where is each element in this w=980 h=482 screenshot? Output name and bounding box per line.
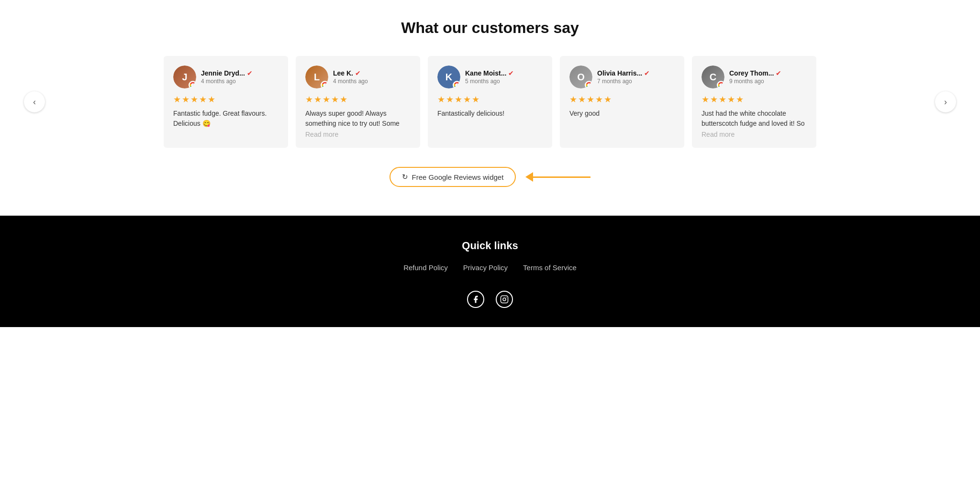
reviewer-name: Lee K. [333,69,353,77]
review-time: 9 months ago [729,78,807,85]
widget-row: ↻ Free Google Reviews widget [19,167,961,187]
reviewer-info: Olivia Harris... ✔ 7 months ago [597,69,675,85]
footer-link-refund[interactable]: Refund Policy [403,263,448,272]
read-more-link[interactable]: Read more [305,131,411,138]
review-time: 4 months ago [333,78,411,85]
facebook-icon[interactable] [467,291,484,308]
reviewer-name-row: Kane Moist... ✔ [465,69,543,77]
reviewer-header: K Kane Moist... ✔ 5 months ago [437,66,543,88]
star-rating: ★★★★★ [702,94,807,105]
reviewer-header: C Corey Thom... ✔ 9 months ago [702,66,807,88]
avatar: J [173,66,196,88]
carousel-wrapper: ‹ J Jennie Dryd... ✔ 4 months [19,56,961,148]
reviewer-info: Lee K. ✔ 4 months ago [333,69,411,85]
star-rating: ★★★★★ [305,94,411,105]
google-badge [453,81,460,88]
review-text: Fantastically delicious! [437,109,543,119]
verified-badge: ✔ [644,69,650,77]
star-rating: ★★★★★ [569,94,675,105]
svg-point-2 [506,297,507,298]
reviewer-name-row: Lee K. ✔ [333,69,411,77]
review-time: 5 months ago [465,78,543,85]
widget-button[interactable]: ↻ Free Google Reviews widget [390,167,516,187]
review-text: Always super good! Always something nice… [305,109,411,129]
verified-badge: ✔ [355,69,361,77]
carousel-next-button[interactable]: › [935,91,956,112]
footer-title: Quick links [10,240,970,252]
footer: Quick links Refund Policy Privacy Policy… [0,216,980,327]
reviewer-name: Olivia Harris... [597,69,642,77]
google-badge [321,81,328,88]
arrow-head [525,172,533,182]
verified-badge: ✔ [247,69,253,77]
footer-links: Refund Policy Privacy Policy Terms of Se… [10,263,970,272]
carousel-prev-button[interactable]: ‹ [24,91,45,112]
verified-badge: ✔ [776,69,781,77]
reviewer-header: L Lee K. ✔ 4 months ago [305,66,411,88]
reviewer-name-row: Jennie Dryd... ✔ [201,69,278,77]
reviewer-info: Kane Moist... ✔ 5 months ago [465,69,543,85]
reviewer-info: Corey Thom... ✔ 9 months ago [729,69,807,85]
reviewer-name-row: Olivia Harris... ✔ [597,69,675,77]
review-card: K Kane Moist... ✔ 5 months ago ★★★★★ Fan… [428,56,552,148]
reviews-grid: J Jennie Dryd... ✔ 4 months ago ★★★★★ Fa… [19,56,961,148]
reviewer-header: J Jennie Dryd... ✔ 4 months ago [173,66,278,88]
review-text: Just had the white chocolate butterscotc… [702,109,807,129]
reviewer-name: Corey Thom... [729,69,774,77]
reviewer-info: Jennie Dryd... ✔ 4 months ago [201,69,278,85]
read-more-link[interactable]: Read more [702,131,807,138]
footer-socials [10,291,970,308]
star-rating: ★★★★★ [173,94,278,105]
reviews-section: What our customers say ‹ J Jennie Dryd..… [0,0,980,216]
reviewer-header: O Olivia Harris... ✔ 7 months ago [569,66,675,88]
avatar: K [437,66,460,88]
avatar: C [702,66,724,88]
google-badge [717,81,724,88]
star-rating: ★★★★★ [437,94,543,105]
review-card: J Jennie Dryd... ✔ 4 months ago ★★★★★ Fa… [164,56,288,148]
footer-link-terms[interactable]: Terms of Service [523,263,577,272]
review-time: 4 months ago [201,78,278,85]
verified-badge: ✔ [508,69,514,77]
footer-link-privacy[interactable]: Privacy Policy [463,263,508,272]
instagram-icon[interactable] [496,291,513,308]
google-badge [585,81,592,88]
reviewer-name-row: Corey Thom... ✔ [729,69,807,77]
review-text: Fantastic fudge. Great flavours. Delicio… [173,109,278,129]
avatar: L [305,66,328,88]
avatar: O [569,66,592,88]
widget-label: Free Google Reviews widget [412,173,504,181]
reviewer-name: Kane Moist... [465,69,506,77]
arrow-line [533,176,590,178]
reviewer-name: Jennie Dryd... [201,69,245,77]
widget-icon: ↻ [402,173,408,181]
svg-rect-0 [501,296,508,303]
arrow-indicator [525,172,590,182]
svg-point-1 [503,298,506,301]
review-card: L Lee K. ✔ 4 months ago ★★★★★ Always sup… [296,56,420,148]
section-title: What our customers say [19,19,961,37]
review-time: 7 months ago [597,78,675,85]
review-card: C Corey Thom... ✔ 9 months ago ★★★★★ Jus… [692,56,816,148]
google-badge [189,81,196,88]
review-card: O Olivia Harris... ✔ 7 months ago ★★★★★ … [560,56,684,148]
review-text: Very good [569,109,675,119]
